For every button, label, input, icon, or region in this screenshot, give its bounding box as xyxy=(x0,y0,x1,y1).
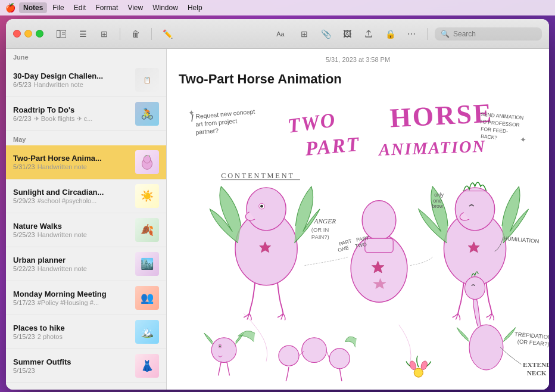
note-title-hike: Places to hike xyxy=(13,323,130,332)
sidebar: June 30-Day Design Challen... 6/5/23 Han… xyxy=(6,49,167,390)
add-table-button[interactable]: ⊞ xyxy=(296,26,313,42)
note-item-hike[interactable]: Places to hike 5/15/23 2 photos 🏔️ xyxy=(6,315,166,349)
note-thumb-roadtrip: 🚴 xyxy=(135,102,159,126)
note-meta-meeting: 5/17/23 #Policy #Housing #... xyxy=(13,299,130,306)
note-date-30day: 6/5/23 xyxy=(13,81,32,88)
svg-point-23 xyxy=(247,188,286,231)
svg-point-30 xyxy=(362,201,396,240)
note-meta-outfits: 5/15/23 xyxy=(13,367,130,374)
note-meta-urban: 5/22/23 Handwritten note xyxy=(13,265,130,272)
svg-point-37 xyxy=(455,188,494,231)
note-date-nature: 5/25/23 xyxy=(13,231,35,238)
new-note-button[interactable]: ✏️ xyxy=(159,26,176,42)
format-button[interactable]: Aa xyxy=(270,26,291,42)
svg-text:PAIN?): PAIN?) xyxy=(311,234,329,240)
list-view-button[interactable]: ☰ xyxy=(74,26,91,42)
note-title-sunlight: Sunlight and Circadian... xyxy=(13,188,130,197)
svg-point-48 xyxy=(302,338,327,363)
note-date-sunlight: 5/29/23 xyxy=(13,197,35,204)
note-thumb-meeting: 👥 xyxy=(135,286,159,310)
note-preview-urban: Handwritten note xyxy=(38,265,87,272)
note-thumb-nature: 🍂 xyxy=(135,218,159,242)
notes-list: June 30-Day Design Challen... 6/5/23 Han… xyxy=(6,49,166,390)
sidebar-toggle-button[interactable] xyxy=(53,26,70,42)
media-button[interactable]: 🖼 xyxy=(339,26,356,42)
note-item-meeting[interactable]: Monday Morning Meeting 5/17/23 #Policy #… xyxy=(6,281,166,315)
main-content: June 30-Day Design Challen... 6/5/23 Han… xyxy=(6,49,549,390)
note-meta-30day: 6/5/23 Handwritten note xyxy=(13,81,130,88)
note-item-nature[interactable]: Nature Walks 5/25/23 Handwritten note 🍂 xyxy=(6,213,166,247)
fullscreen-button[interactable] xyxy=(36,30,43,38)
apple-menu[interactable]: 🍎 xyxy=(5,2,15,13)
app-window: ☰ ⊞ 🗑 ✏️ Aa ⊞ 📎 🖼 🔒 ⋯ 🔍 June xyxy=(6,19,549,390)
add-attachment-button[interactable]: 📎 xyxy=(317,26,334,42)
note-meta-hike: 5/15/23 2 photos xyxy=(13,333,130,340)
gallery-view-button[interactable]: ⊞ xyxy=(96,26,113,42)
svg-point-50 xyxy=(414,368,423,377)
svg-text:CONTENTMENT: CONTENTMENT xyxy=(221,172,294,180)
sketch-area[interactable]: Request new concept art from project par… xyxy=(167,91,549,390)
svg-rect-0 xyxy=(57,30,60,38)
menu-view[interactable]: View xyxy=(123,2,147,13)
search-bar[interactable]: 🔍 xyxy=(435,27,542,41)
note-item-roadtrip[interactable]: Roadtrip To Do's 6/2/23 ✈ Book flights ✈… xyxy=(6,97,166,131)
svg-text:only: only xyxy=(434,192,444,198)
note-preview-roadtrip: ✈ Book flights ✈ c... xyxy=(34,115,93,123)
note-detail: 5/31, 2023 at 3:58 PM Two-Part Horse Ani… xyxy=(167,49,549,390)
svg-text:EXTEND: EXTEND xyxy=(523,361,549,368)
note-thumb-outfits: 👗 xyxy=(135,354,159,378)
note-date-horse: 5/31/23 xyxy=(13,163,35,170)
svg-text:✦: ✦ xyxy=(520,135,526,144)
section-may: May xyxy=(6,131,166,145)
svg-text:ANIMATION: ANIMATION xyxy=(378,137,487,159)
menu-notes[interactable]: Notes xyxy=(19,2,47,13)
toolbar-separator-3 xyxy=(427,28,428,40)
note-item-30day[interactable]: 30-Day Design Challen... 6/5/23 Handwrit… xyxy=(6,63,166,97)
note-item-outfits[interactable]: Summer Outfits 5/15/23 👗 xyxy=(6,349,166,383)
note-preview-nature: Handwritten note xyxy=(38,231,87,238)
search-input[interactable] xyxy=(453,30,537,38)
note-title-nature: Nature Walks xyxy=(13,222,130,231)
note-info-30day: 30-Day Design Challen... 6/5/23 Handwrit… xyxy=(13,71,130,88)
svg-point-47 xyxy=(279,346,299,366)
minimize-button[interactable] xyxy=(24,30,32,38)
note-item-sunlight[interactable]: Sunlight and Circadian... 5/29/23 #schoo… xyxy=(6,179,166,213)
toolbar-separator-1 xyxy=(120,28,120,40)
svg-rect-1 xyxy=(57,30,66,38)
note-preview-hike: 2 photos xyxy=(38,333,63,340)
more-options-button[interactable]: ⋯ xyxy=(403,26,420,42)
lock-button[interactable]: 🔒 xyxy=(382,26,398,42)
note-item-horse[interactable]: Two-Part Horse Anima... 5/31/23 Handwrit… xyxy=(6,145,166,179)
delete-button[interactable]: 🗑 xyxy=(127,26,144,42)
note-item-urban[interactable]: Urban planner 5/22/23 Handwritten note 🏙… xyxy=(6,247,166,281)
note-preview-meeting: #Policy #Housing #... xyxy=(38,299,99,306)
menu-edit[interactable]: Edit xyxy=(70,2,91,13)
note-meta-roadtrip: 6/2/23 ✈ Book flights ✈ c... xyxy=(13,115,130,123)
note-detail-date-container: 5/31, 2023 at 3:58 PM xyxy=(167,49,549,66)
note-detail-date: 5/31, 2023 at 3:58 PM xyxy=(326,56,390,63)
share-button[interactable] xyxy=(360,26,377,42)
note-detail-title: Two-Part Horse Animation xyxy=(167,66,549,91)
menubar: 🍎 Notes File Edit Format View Window Hel… xyxy=(0,0,555,15)
note-thumb-30day: 📋 xyxy=(135,68,159,92)
svg-text:HORSE: HORSE xyxy=(389,98,494,133)
note-title-outfits: Summer Outfits xyxy=(13,357,130,366)
menu-help[interactable]: Help xyxy=(183,2,207,13)
menu-file[interactable]: File xyxy=(48,2,68,13)
menu-format[interactable]: Format xyxy=(91,2,122,13)
note-date-urban: 5/22/23 xyxy=(13,265,35,272)
note-info-nature: Nature Walks 5/25/23 Handwritten note xyxy=(13,222,130,238)
menu-window[interactable]: Window xyxy=(148,2,182,13)
svg-text:ANGER: ANGER xyxy=(314,217,336,225)
note-info-meeting: Monday Morning Meeting 5/17/23 #Policy #… xyxy=(13,290,130,306)
note-info-sunlight: Sunlight and Circadian... 5/29/23 #schoo… xyxy=(13,188,130,204)
svg-text:✦: ✦ xyxy=(188,108,195,117)
note-preview-30day: Handwritten note xyxy=(34,81,83,88)
note-detail-content[interactable]: Request new concept art from project par… xyxy=(167,91,549,390)
close-button[interactable] xyxy=(13,30,21,38)
note-thumb-hike: 🏔️ xyxy=(135,320,159,344)
note-title-meeting: Monday Morning Meeting xyxy=(13,290,130,298)
note-title-30day: 30-Day Design Challen... xyxy=(13,71,130,80)
note-title-horse: Two-Part Horse Anima... xyxy=(13,154,130,163)
svg-point-54 xyxy=(464,277,485,300)
